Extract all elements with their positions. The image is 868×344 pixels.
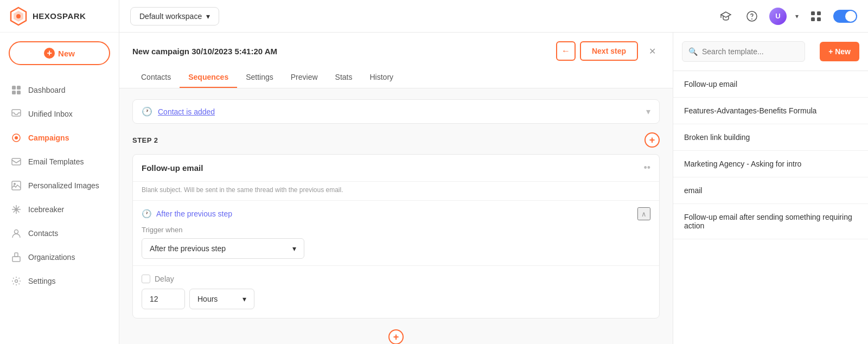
svg-point-17 bbox=[15, 280, 18, 283]
personalized-images-icon bbox=[11, 180, 22, 191]
bottom-add-step-button[interactable]: + bbox=[388, 329, 404, 344]
svg-rect-21 bbox=[817, 11, 821, 15]
next-step-button[interactable]: Next step bbox=[580, 41, 638, 61]
campaign-editor: New campaign 30/10/2023 5:41:20 AM ← Nex… bbox=[119, 33, 673, 344]
trigger-dropdown[interactable]: After the previous step ▾ bbox=[142, 238, 304, 259]
delay-unit-chevron-icon: ▾ bbox=[242, 295, 246, 303]
template-item-3[interactable]: Broken link building bbox=[673, 124, 868, 151]
tab-preview[interactable]: Preview bbox=[282, 67, 327, 88]
template-sidebar: 🔍 + New Follow-up email Features-Advanta… bbox=[673, 33, 868, 344]
delay-unit-value: Hours bbox=[197, 295, 218, 303]
template-search-row: 🔍 + New bbox=[673, 33, 868, 71]
email-card-menu-icon[interactable]: •• bbox=[643, 162, 650, 174]
search-input-wrap: 🔍 bbox=[682, 41, 815, 62]
template-search-input[interactable] bbox=[682, 41, 805, 62]
workspace-dropdown[interactable]: Default workspace ▾ bbox=[130, 7, 219, 26]
svg-rect-4 bbox=[17, 86, 21, 90]
template-item-6[interactable]: Follow-up email after sending something … bbox=[673, 204, 868, 239]
sidebar-item-organizations[interactable]: Organizations bbox=[0, 245, 119, 269]
template-item-4[interactable]: Marketing Agency - Asking for intro bbox=[673, 151, 868, 177]
sidebar-item-label-unified-inbox: Unified Inbox bbox=[28, 110, 73, 118]
tab-history[interactable]: History bbox=[361, 67, 402, 88]
delay-checkbox[interactable] bbox=[142, 275, 150, 283]
new-button-label: New bbox=[58, 49, 75, 58]
sidebar-item-label-campaigns: Campaigns bbox=[28, 133, 69, 142]
svg-rect-15 bbox=[12, 257, 20, 262]
svg-point-13 bbox=[15, 208, 18, 211]
grid-icon[interactable] bbox=[807, 8, 825, 25]
delay-number-input[interactable] bbox=[142, 289, 185, 309]
svg-rect-23 bbox=[817, 17, 821, 21]
sidebar-item-contacts[interactable]: Contacts bbox=[0, 221, 119, 245]
campaigns-icon bbox=[11, 132, 22, 143]
svg-point-2 bbox=[16, 14, 21, 18]
delay-section: Delay Hours ▾ bbox=[133, 266, 659, 318]
template-item-2[interactable]: Features-Advantages-Benefits Formula bbox=[673, 98, 868, 124]
template-list: Follow-up email Features-Advantages-Bene… bbox=[673, 71, 868, 344]
add-step-button[interactable]: + bbox=[644, 132, 660, 148]
new-button[interactable]: + New bbox=[9, 41, 110, 65]
tab-contacts[interactable]: Contacts bbox=[132, 67, 180, 88]
sidebar-nav: Dashboard Unified Inbox Campaigns bbox=[0, 74, 119, 344]
toggle-switch[interactable] bbox=[833, 10, 857, 23]
campaign-header: New campaign 30/10/2023 5:41:20 AM ← Nex… bbox=[119, 33, 673, 88]
icebreaker-icon bbox=[11, 204, 22, 215]
organizations-icon bbox=[11, 252, 22, 263]
trigger-dropdown-chevron-icon: ▾ bbox=[292, 244, 296, 253]
new-template-button[interactable]: + New bbox=[820, 42, 859, 61]
campaign-title: New campaign 30/10/2023 5:41:20 AM bbox=[132, 47, 277, 56]
sidebar-item-personalized-images[interactable]: Personalized Images bbox=[0, 174, 119, 198]
tab-settings[interactable]: Settings bbox=[237, 67, 282, 88]
svg-point-14 bbox=[15, 230, 18, 234]
avatar[interactable]: U bbox=[769, 8, 787, 25]
delay-inputs: Hours ▾ bbox=[142, 289, 650, 309]
sidebar-item-label-contacts: Contacts bbox=[28, 229, 58, 238]
sidebar-item-email-templates[interactable]: Email Templates bbox=[0, 150, 119, 174]
svg-rect-5 bbox=[12, 91, 16, 94]
trigger-clock-icon: 🕐 bbox=[142, 106, 152, 117]
tab-stats[interactable]: Stats bbox=[327, 67, 361, 88]
workspace-chevron-icon: ▾ bbox=[206, 12, 210, 21]
sidebar: HEXOSPARK + New Dashboard bbox=[0, 0, 119, 344]
svg-rect-10 bbox=[12, 158, 21, 165]
trigger-dropdown-value: After the previous step bbox=[150, 244, 226, 253]
sidebar-item-dashboard[interactable]: Dashboard bbox=[0, 78, 119, 102]
topbar-icons: U ▾ bbox=[717, 8, 857, 25]
trigger-when-label: Trigger when bbox=[142, 226, 650, 234]
email-card-desc: Blank subject. Will be sent in the same … bbox=[133, 182, 659, 201]
template-item-5[interactable]: email bbox=[673, 177, 868, 204]
sidebar-item-settings[interactable]: Settings bbox=[0, 269, 119, 293]
sidebar-item-label-personalized-images: Personalized Images bbox=[28, 181, 99, 190]
help-icon[interactable] bbox=[743, 8, 761, 25]
graduation-icon[interactable] bbox=[717, 8, 735, 25]
svg-rect-20 bbox=[811, 11, 815, 15]
email-card-title: Follow-up email bbox=[142, 163, 203, 173]
tab-sequences[interactable]: Sequences bbox=[180, 67, 237, 88]
sidebar-item-label-settings: Settings bbox=[28, 277, 56, 285]
avatar-chevron-icon: ▾ bbox=[795, 12, 799, 20]
trigger-step: 🕐 Contact is added ▾ bbox=[132, 99, 660, 124]
template-item-1[interactable]: Follow-up email bbox=[673, 71, 868, 98]
contact-is-added-link[interactable]: Contact is added bbox=[158, 107, 215, 116]
timing-collapse-button[interactable]: ∧ bbox=[637, 207, 650, 220]
toggle-thumb bbox=[845, 11, 856, 22]
new-plus-icon: + bbox=[44, 48, 55, 59]
email-card: Follow-up email •• Blank subject. Will b… bbox=[132, 154, 660, 318]
topbar: Default workspace ▾ U ▾ bbox=[119, 0, 868, 33]
prev-step-button[interactable]: ← bbox=[556, 41, 576, 61]
close-button[interactable]: ✕ bbox=[644, 43, 660, 59]
step2-header-row: STEP 2 + bbox=[132, 132, 660, 148]
delay-unit-select[interactable]: Hours ▾ bbox=[189, 289, 254, 309]
campaign-area: New campaign 30/10/2023 5:41:20 AM ← Nex… bbox=[119, 33, 868, 344]
trigger-collapse-icon[interactable]: ▾ bbox=[646, 106, 650, 117]
sidebar-item-campaigns[interactable]: Campaigns bbox=[0, 126, 119, 150]
svg-rect-16 bbox=[15, 253, 18, 257]
delay-label: Delay bbox=[155, 275, 174, 283]
sidebar-item-unified-inbox[interactable]: Unified Inbox bbox=[0, 102, 119, 126]
sidebar-item-icebreaker[interactable]: Icebreaker bbox=[0, 198, 119, 221]
contacts-icon bbox=[11, 228, 22, 239]
svg-rect-11 bbox=[12, 181, 21, 190]
search-icon: 🔍 bbox=[688, 47, 698, 56]
dashboard-icon bbox=[11, 85, 22, 95]
svg-point-19 bbox=[751, 18, 752, 20]
